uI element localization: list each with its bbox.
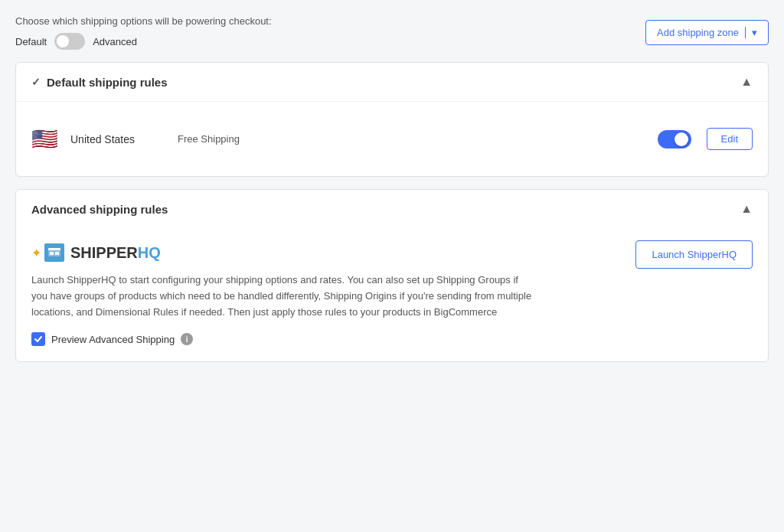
launch-shipperhq-button[interactable]: Launch ShipperHQ	[635, 240, 753, 269]
advanced-body: ✦ SHIPPERHQ	[16, 228, 768, 361]
us-flag-icon: 🇺🇸	[31, 126, 58, 152]
default-collapse-icon[interactable]: ▲	[740, 75, 753, 89]
advanced-shipping-card: Advanced shipping rules ▲ ✦	[15, 189, 769, 362]
svg-rect-2	[50, 252, 54, 255]
toggle-row: Default Advanced	[15, 33, 272, 50]
shipper-description: Launch ShipperHQ to start configuring yo…	[31, 273, 537, 320]
default-shipping-card: ✓ Default shipping rules ▲ 🇺🇸 United Sta…	[15, 62, 769, 177]
shipper-box-icon	[44, 243, 64, 262]
shipper-logo: ✦ SHIPPERHQ	[31, 243, 620, 262]
top-left: Choose which shipping options will be po…	[15, 15, 272, 50]
advanced-card-title: Advanced shipping rules	[31, 203, 168, 216]
edit-button[interactable]: Edit	[707, 128, 753, 150]
check-icon: ✓	[31, 76, 41, 88]
svg-rect-1	[48, 248, 60, 250]
hq-text: HQ	[138, 244, 161, 261]
chevron-down-icon: ▾	[745, 27, 757, 38]
page-container: Choose which shipping options will be po…	[15, 15, 769, 362]
svg-rect-3	[55, 252, 59, 255]
add-shipping-zone-button[interactable]: Add shipping zone ▾	[645, 20, 769, 45]
shipper-star-icon: ✦	[31, 246, 41, 260]
advanced-left: ✦ SHIPPERHQ	[31, 240, 620, 346]
toggle-slider	[54, 33, 85, 50]
country-name: United States	[70, 133, 178, 145]
default-card-body: 🇺🇸 United States Free Shipping Edit	[16, 102, 768, 176]
toggle-left-label: Default	[15, 36, 47, 47]
toggle-track	[658, 130, 691, 149]
advanced-section-title: Advanced shipping rules	[31, 203, 168, 216]
top-bar: Choose which shipping options will be po…	[15, 15, 769, 50]
toggle-thumb	[675, 132, 688, 146]
info-icon[interactable]: i	[181, 333, 193, 345]
preview-checkbox[interactable]	[31, 332, 45, 346]
shipping-method: Free Shipping	[178, 133, 658, 145]
mode-toggle[interactable]	[54, 33, 85, 50]
shipper-hq-name: SHIPPERHQ	[70, 244, 161, 262]
us-shipping-toggle[interactable]	[658, 130, 691, 149]
toggle-right-label: Advanced	[93, 36, 137, 47]
shipping-row: 🇺🇸 United States Free Shipping Edit	[31, 117, 753, 161]
shipper-text: SHIPPER	[70, 244, 138, 261]
default-section-title: Default shipping rules	[47, 76, 168, 89]
advanced-card-header: Advanced shipping rules ▲	[16, 190, 768, 228]
add-zone-label: Add shipping zone	[657, 27, 739, 38]
default-card-title: ✓ Default shipping rules	[31, 76, 168, 89]
shipper-icon: ✦	[31, 243, 64, 262]
description-text: Choose which shipping options will be po…	[15, 15, 272, 27]
default-card-header: ✓ Default shipping rules ▲	[16, 63, 768, 102]
preview-row: Preview Advanced Shipping i	[31, 332, 620, 346]
preview-label: Preview Advanced Shipping	[51, 334, 175, 345]
advanced-collapse-icon[interactable]: ▲	[740, 202, 753, 216]
